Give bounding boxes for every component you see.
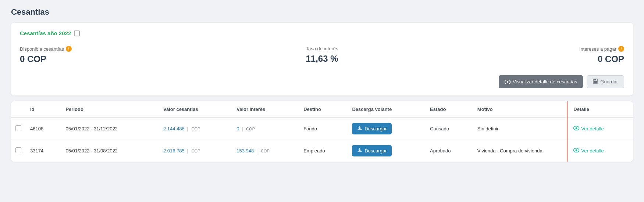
table-card: Id Periodo Valor cesantías Valor interés…	[11, 101, 633, 162]
cesantias-table: Id Periodo Valor cesantías Valor interés…	[11, 101, 633, 162]
row1-id: 46108	[26, 118, 61, 140]
tasa-label: Tasa de interés	[221, 46, 423, 51]
disponible-value: 0 COP	[20, 54, 221, 64]
table-row: 33174 05/01/2022 - 31/08/2022 2.016.785 …	[11, 140, 633, 162]
col-detalle-header: Detalle	[567, 101, 633, 118]
svg-rect-3	[594, 79, 596, 80]
card-actions: Visualizar detalle de cesantías Guardar	[20, 72, 624, 88]
intereses-label: Intereses a pagar !	[423, 46, 624, 52]
row2-estado: Aprobado	[426, 140, 473, 162]
row2-checkbox[interactable]	[15, 147, 21, 153]
row2-valor-interes: 153.948 | COP	[232, 140, 299, 162]
visualizar-button[interactable]: Visualizar detalle de cesantías	[499, 75, 583, 88]
tasa-value: 11,63 %	[221, 54, 423, 64]
row1-checkbox[interactable]	[15, 125, 21, 131]
svg-point-8	[576, 149, 577, 151]
table-row: 46108 05/01/2022 - 31/12/2022 2.144.486 …	[11, 118, 633, 140]
year-checkbox[interactable]	[74, 30, 80, 36]
save-icon	[593, 79, 598, 85]
descargar-button-1[interactable]: Descargar	[352, 123, 392, 134]
disponible-block: Disponible cesantías ! 0 COP	[20, 46, 221, 64]
svg-point-6	[576, 127, 577, 129]
col-valor-cesantias-header: Valor cesantías	[159, 101, 232, 118]
guardar-button[interactable]: Guardar	[587, 75, 624, 88]
svg-rect-4	[594, 81, 597, 83]
col-motivo-header: Motivo	[473, 101, 567, 118]
col-periodo-header: Periodo	[61, 101, 159, 118]
col-destino-header: Destino	[299, 101, 348, 118]
disponible-info-icon[interactable]: !	[66, 46, 72, 52]
tasa-block: Tasa de interés 11,63 %	[221, 46, 423, 64]
row2-destino: Empleado	[299, 140, 348, 162]
row2-id: 33174	[26, 140, 61, 162]
row1-descarga: Descargar	[348, 118, 426, 140]
row1-valor-interes: 0 | COP	[232, 118, 299, 140]
year-header: Cesantías año 2022	[20, 30, 624, 36]
row1-estado: Causado	[426, 118, 473, 140]
col-valor-interes-header: Valor interés	[232, 101, 299, 118]
intereses-value: 0 COP	[423, 54, 624, 64]
eye-icon-visualizar	[505, 80, 510, 84]
year-label: Cesantías año 2022	[20, 30, 71, 36]
col-estado-header: Estado	[426, 101, 473, 118]
row2-motivo: Vivienda - Compra de vivienda.	[473, 140, 567, 162]
row2-valor-cesantias: 2.016.785 | COP	[159, 140, 232, 162]
row1-destino: Fondo	[299, 118, 348, 140]
row1-detalle: Ver detalle	[567, 118, 633, 140]
summary-card: Cesantías año 2022 Disponible cesantías …	[11, 23, 633, 95]
ver-detalle-link-1[interactable]: Ver detalle	[573, 126, 629, 131]
page-title: Cesantías	[11, 7, 633, 17]
row1-periodo: 05/01/2022 - 31/12/2022	[61, 118, 159, 140]
row1-valor-cesantias: 2.144.486 | COP	[159, 118, 232, 140]
download-icon-1	[357, 126, 362, 132]
descargar-button-2[interactable]: Descargar	[352, 145, 392, 156]
row1-motivo: Sin definir.	[473, 118, 567, 140]
svg-point-1	[506, 81, 508, 83]
col-descarga-header: Descarga volante	[348, 101, 426, 118]
ver-detalle-link-2[interactable]: Ver detalle	[573, 148, 629, 154]
download-icon-2	[357, 148, 362, 154]
row2-detalle: Ver detalle	[567, 140, 633, 162]
eye-icon-1	[573, 126, 579, 131]
stats-row: Disponible cesantías ! 0 COP Tasa de int…	[20, 42, 624, 72]
eye-icon-2	[573, 148, 579, 154]
disponible-label: Disponible cesantías !	[20, 46, 221, 52]
row2-periodo: 05/01/2022 - 31/08/2022	[61, 140, 159, 162]
intereses-block: Intereses a pagar ! 0 COP	[423, 46, 624, 64]
row2-descarga: Descargar	[348, 140, 426, 162]
col-id-header: Id	[26, 101, 61, 118]
intereses-info-icon[interactable]: !	[618, 46, 624, 52]
col-checkbox-header	[11, 101, 26, 118]
